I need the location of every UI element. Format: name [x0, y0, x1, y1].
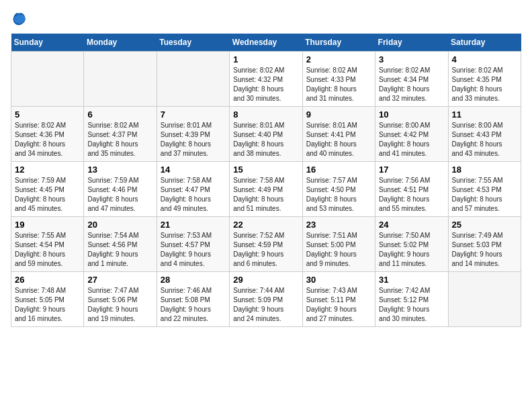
calendar-cell: 1Sunrise: 8:02 AM Sunset: 4:32 PM Daylig… [230, 52, 302, 107]
day-info: Sunrise: 7:53 AM Sunset: 4:57 PM Dayligh… [161, 231, 226, 269]
day-number: 30 [306, 275, 371, 285]
calendar-cell: 3Sunrise: 8:02 AM Sunset: 4:34 PM Daylig… [375, 52, 448, 107]
day-info: Sunrise: 7:58 AM Sunset: 4:47 PM Dayligh… [161, 176, 226, 214]
day-info: Sunrise: 7:49 AM Sunset: 5:03 PM Dayligh… [452, 231, 517, 269]
day-info: Sunrise: 8:01 AM Sunset: 4:41 PM Dayligh… [306, 121, 371, 158]
day-of-week-header: Monday [84, 34, 157, 52]
day-of-week-header: Sunday [11, 34, 84, 52]
day-number: 2 [306, 54, 371, 64]
calendar-cell: 8Sunrise: 8:01 AM Sunset: 4:40 PM Daylig… [230, 107, 302, 162]
day-number: 6 [87, 109, 152, 120]
calendar-cell: 15Sunrise: 7:58 AM Sunset: 4:49 PM Dayli… [230, 162, 302, 217]
day-of-week-header: Friday [375, 34, 448, 52]
day-info: Sunrise: 7:57 AM Sunset: 4:50 PM Dayligh… [306, 176, 371, 214]
calendar-cell: 10Sunrise: 8:00 AM Sunset: 4:42 PM Dayli… [375, 107, 448, 162]
day-info: Sunrise: 7:52 AM Sunset: 4:59 PM Dayligh… [233, 231, 298, 269]
day-number: 14 [161, 165, 226, 175]
day-info: Sunrise: 8:02 AM Sunset: 4:32 PM Dayligh… [233, 66, 298, 103]
day-number: 29 [233, 275, 298, 285]
calendar-cell: 26Sunrise: 7:48 AM Sunset: 5:05 PM Dayli… [11, 272, 84, 327]
calendar-cell: 14Sunrise: 7:58 AM Sunset: 4:47 PM Dayli… [157, 162, 229, 217]
day-number: 24 [379, 220, 444, 230]
day-number: 13 [87, 165, 152, 175]
day-number: 1 [233, 54, 298, 64]
day-number: 21 [161, 220, 226, 230]
day-number: 10 [379, 109, 444, 120]
calendar-cell: 23Sunrise: 7:51 AM Sunset: 5:00 PM Dayli… [302, 217, 375, 272]
day-number: 16 [306, 165, 371, 175]
calendar-cell: 4Sunrise: 8:02 AM Sunset: 4:35 PM Daylig… [448, 52, 521, 107]
day-info: Sunrise: 8:02 AM Sunset: 4:37 PM Dayligh… [87, 121, 152, 158]
day-number: 27 [87, 275, 152, 285]
calendar-cell [157, 52, 229, 107]
calendar-cell: 20Sunrise: 7:54 AM Sunset: 4:56 PM Dayli… [84, 217, 157, 272]
day-number: 3 [379, 54, 444, 64]
day-of-week-header: Saturday [448, 34, 521, 52]
day-number: 22 [233, 220, 298, 230]
day-number: 9 [306, 109, 371, 120]
calendar-cell: 25Sunrise: 7:49 AM Sunset: 5:03 PM Dayli… [448, 217, 521, 272]
day-number: 5 [15, 109, 80, 120]
day-info: Sunrise: 7:43 AM Sunset: 5:11 PM Dayligh… [306, 286, 371, 324]
day-number: 20 [87, 220, 152, 230]
day-info: Sunrise: 8:01 AM Sunset: 4:39 PM Dayligh… [161, 121, 226, 158]
day-info: Sunrise: 8:00 AM Sunset: 4:43 PM Dayligh… [452, 121, 517, 158]
calendar-cell: 17Sunrise: 7:56 AM Sunset: 4:51 PM Dayli… [375, 162, 448, 217]
day-of-week-header: Tuesday [157, 34, 229, 52]
day-number: 26 [15, 275, 80, 285]
calendar-cell: 30Sunrise: 7:43 AM Sunset: 5:11 PM Dayli… [302, 272, 375, 327]
calendar-header-row: SundayMondayTuesdayWednesdayThursdayFrid… [11, 34, 521, 52]
day-number: 7 [161, 109, 226, 120]
calendar-week-row: 12Sunrise: 7:59 AM Sunset: 4:45 PM Dayli… [11, 162, 521, 217]
calendar-week-row: 26Sunrise: 7:48 AM Sunset: 5:05 PM Dayli… [11, 272, 521, 327]
calendar-cell: 13Sunrise: 7:59 AM Sunset: 4:46 PM Dayli… [84, 162, 157, 217]
day-number: 19 [15, 220, 80, 230]
day-info: Sunrise: 7:55 AM Sunset: 4:53 PM Dayligh… [452, 176, 517, 214]
day-info: Sunrise: 7:44 AM Sunset: 5:09 PM Dayligh… [233, 286, 298, 324]
logo [11, 11, 30, 27]
day-info: Sunrise: 7:59 AM Sunset: 4:46 PM Dayligh… [87, 176, 152, 214]
day-number: 4 [452, 54, 517, 64]
day-number: 8 [233, 109, 298, 120]
day-info: Sunrise: 8:01 AM Sunset: 4:40 PM Dayligh… [233, 121, 298, 158]
day-info: Sunrise: 7:47 AM Sunset: 5:06 PM Dayligh… [87, 286, 152, 324]
calendar-cell: 6Sunrise: 8:02 AM Sunset: 4:37 PM Daylig… [84, 107, 157, 162]
calendar-cell: 19Sunrise: 7:55 AM Sunset: 4:54 PM Dayli… [11, 217, 84, 272]
calendar-cell [11, 52, 84, 107]
calendar-week-row: 5Sunrise: 8:02 AM Sunset: 4:36 PM Daylig… [11, 107, 521, 162]
calendar-week-row: 1Sunrise: 8:02 AM Sunset: 4:32 PM Daylig… [11, 52, 521, 107]
calendar-cell: 7Sunrise: 8:01 AM Sunset: 4:39 PM Daylig… [157, 107, 229, 162]
calendar-cell: 29Sunrise: 7:44 AM Sunset: 5:09 PM Dayli… [230, 272, 302, 327]
day-info: Sunrise: 7:59 AM Sunset: 4:45 PM Dayligh… [15, 176, 80, 214]
day-info: Sunrise: 7:56 AM Sunset: 4:51 PM Dayligh… [379, 176, 444, 214]
day-info: Sunrise: 7:50 AM Sunset: 5:02 PM Dayligh… [379, 231, 444, 269]
calendar-cell: 9Sunrise: 8:01 AM Sunset: 4:41 PM Daylig… [302, 107, 375, 162]
calendar-cell [448, 272, 521, 327]
day-number: 25 [452, 220, 517, 230]
calendar-cell: 16Sunrise: 7:57 AM Sunset: 4:50 PM Dayli… [302, 162, 375, 217]
calendar-cell: 11Sunrise: 8:00 AM Sunset: 4:43 PM Dayli… [448, 107, 521, 162]
page-header [11, 11, 521, 27]
calendar-cell: 18Sunrise: 7:55 AM Sunset: 4:53 PM Dayli… [448, 162, 521, 217]
calendar-cell [84, 52, 157, 107]
day-info: Sunrise: 8:00 AM Sunset: 4:42 PM Dayligh… [379, 121, 444, 158]
calendar-cell: 5Sunrise: 8:02 AM Sunset: 4:36 PM Daylig… [11, 107, 84, 162]
calendar-cell: 31Sunrise: 7:42 AM Sunset: 5:12 PM Dayli… [375, 272, 448, 327]
calendar-cell: 22Sunrise: 7:52 AM Sunset: 4:59 PM Dayli… [230, 217, 302, 272]
calendar-cell: 21Sunrise: 7:53 AM Sunset: 4:57 PM Dayli… [157, 217, 229, 272]
calendar-cell: 12Sunrise: 7:59 AM Sunset: 4:45 PM Dayli… [11, 162, 84, 217]
day-info: Sunrise: 8:02 AM Sunset: 4:36 PM Dayligh… [15, 121, 80, 158]
day-info: Sunrise: 7:58 AM Sunset: 4:49 PM Dayligh… [233, 176, 298, 214]
calendar-cell: 2Sunrise: 8:02 AM Sunset: 4:33 PM Daylig… [302, 52, 375, 107]
day-number: 23 [306, 220, 371, 230]
day-info: Sunrise: 7:48 AM Sunset: 5:05 PM Dayligh… [15, 286, 80, 324]
day-number: 31 [379, 275, 444, 285]
day-info: Sunrise: 7:54 AM Sunset: 4:56 PM Dayligh… [87, 231, 152, 269]
day-number: 15 [233, 165, 298, 175]
day-info: Sunrise: 8:02 AM Sunset: 4:33 PM Dayligh… [306, 66, 371, 103]
day-of-week-header: Thursday [302, 34, 375, 52]
day-info: Sunrise: 7:55 AM Sunset: 4:54 PM Dayligh… [15, 231, 80, 269]
day-info: Sunrise: 7:46 AM Sunset: 5:08 PM Dayligh… [161, 286, 226, 324]
day-number: 17 [379, 165, 444, 175]
calendar-cell: 24Sunrise: 7:50 AM Sunset: 5:02 PM Dayli… [375, 217, 448, 272]
